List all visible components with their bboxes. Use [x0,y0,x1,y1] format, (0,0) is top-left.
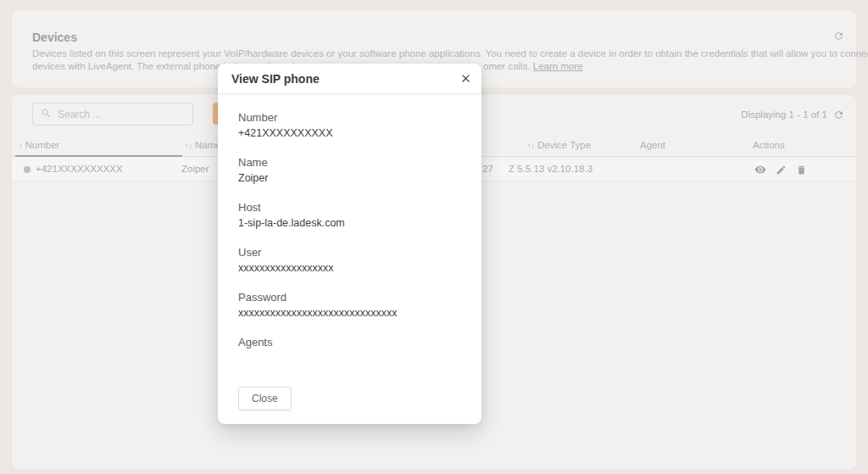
field-label: Number [238,111,461,124]
field-value: +421XXXXXXXXXX [238,127,461,139]
search-input[interactable] [58,109,185,120]
cell-name: Zoiper [181,164,209,174]
column-header-name[interactable]: ↑↓Name [185,140,221,150]
refresh-list-icon[interactable] [833,109,844,120]
column-header-number[interactable]: ↑Number [19,140,59,150]
sorted-column-underline [15,155,182,157]
sort-icon: ↑↓ [185,142,192,150]
field-label: Agents [238,336,461,349]
trash-icon[interactable] [796,165,807,176]
page-title: Devices [32,31,77,44]
search-box[interactable] [32,103,193,125]
field-value: xxxxxxxxxxxxxxxxxxxxxxxxxxxxxx [238,307,461,319]
modal-title: View SIP phone [231,72,320,86]
displaying-count: Displaying 1 - 1 of 1 [741,109,827,120]
field-label: Password [238,291,461,304]
modal-body: Number +421XXXXXXXXXX Name Zoiper Host 1… [218,94,481,349]
column-header-agent[interactable]: Agent [640,140,665,150]
sort-icon: ↑↓ [527,142,535,150]
field-value: 1-sip-la-de.ladesk.com [238,217,461,229]
row-actions [754,158,807,181]
field-label: User [238,246,461,259]
pencil-icon[interactable] [776,165,787,176]
field-value: Zoiper [238,172,461,184]
device-status-dot [24,166,31,173]
field-user: User xxxxxxxxxxxxxxxxxx [238,246,461,274]
search-icon [41,107,52,122]
close-button[interactable]: Close [238,387,292,410]
view-sip-phone-modal: View SIP phone Number +421XXXXXXXXXX Nam… [218,64,481,424]
cell-device-type: Z 5.5.13 v2.10.18.3 [509,164,593,174]
column-header-actions: Actions [753,140,785,150]
field-value: xxxxxxxxxxxxxxxxxx [238,262,461,274]
field-agents: Agents [238,336,461,349]
modal-footer: Close [218,365,481,410]
field-label: Host [238,201,461,214]
page-description-line2-end: omer calls. Learn more [483,61,583,71]
column-header-device-type[interactable]: ↑↓Device Type [527,140,591,150]
field-number: Number +421XXXXXXXXXX [238,111,461,139]
modal-header: View SIP phone [218,64,481,94]
eye-icon[interactable] [754,164,766,176]
refresh-icon[interactable] [833,30,844,41]
sort-asc-icon: ↑ [19,142,23,150]
field-name: Name Zoiper [238,156,461,184]
page-description-line1: Devices listed on this screen represent … [32,48,868,59]
learn-more-link[interactable]: Learn more [533,61,583,71]
close-icon[interactable] [459,72,472,85]
field-password: Password xxxxxxxxxxxxxxxxxxxxxxxxxxxxxx [238,291,461,319]
page-description-line2-tail: omer calls. [483,61,533,71]
field-host: Host 1-sip-la-de.ladesk.com [238,201,461,229]
field-label: Name [238,156,461,169]
cell-number: +421XXXXXXXXXX [36,164,123,174]
